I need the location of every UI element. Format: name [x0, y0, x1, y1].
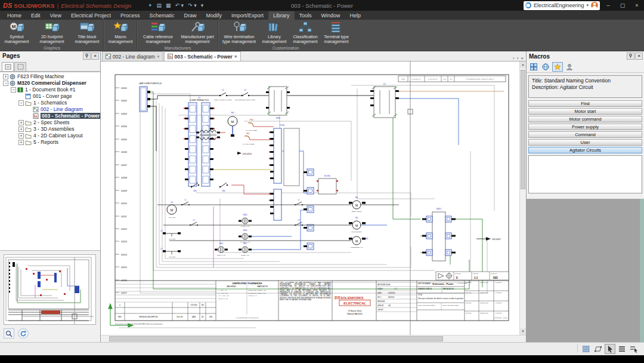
- redo-icon[interactable]: ↷ ▾: [188, 2, 197, 8]
- component-sw3[interactable]: SW3: [266, 87, 290, 119]
- menu-view[interactable]: View: [45, 11, 66, 20]
- tab-line-diagram[interactable]: 002 - Line diagram ×: [102, 51, 163, 61]
- expander-icon[interactable]: +: [18, 133, 24, 139]
- close-icon[interactable]: ×: [91, 53, 99, 60]
- tree-item-m320[interactable]: − M320 Commercial Dispenser: [0, 80, 100, 87]
- tree-item-2d-cabinet[interactable]: + 4 - 2D Cabinet Layout: [0, 133, 100, 139]
- expander-icon[interactable]: +: [18, 120, 24, 125]
- vertical-scrollbar[interactable]: ▲ ▼: [519, 61, 526, 335]
- tree-item-reports[interactable]: + 5 - Reports: [0, 139, 100, 146]
- expander-icon[interactable]: −: [3, 81, 8, 86]
- print-icon[interactable]: ▦: [166, 2, 171, 8]
- minimize-button[interactable]: –: [601, 0, 615, 11]
- pages-panel-tabstrip: [0, 61, 100, 72]
- zoom-preview-button[interactable]: [4, 328, 14, 339]
- menu-home[interactable]: Home: [2, 11, 26, 20]
- menu-library[interactable]: Library: [268, 11, 295, 20]
- drawing-canvas[interactable]: 00301 00302 00303 00304 00305 00306 0030…: [101, 61, 526, 335]
- svg-text:00310: 00310: [121, 202, 127, 205]
- tree-item-3d-assemblies[interactable]: + 3 - 3D Assemblies: [0, 126, 100, 133]
- tree-item-f623[interactable]: + F623 Filling Machine: [0, 73, 100, 80]
- menu-tools[interactable]: Tools: [295, 11, 317, 20]
- macro-content-area[interactable]: [528, 155, 642, 193]
- macro-management-button[interactable]: Macro management: [105, 20, 136, 50]
- snap-toggle-button[interactable]: [593, 344, 603, 354]
- library-management-button[interactable]: Library management: [259, 20, 290, 46]
- expander-icon[interactable]: −: [18, 100, 24, 106]
- tab-scroll-left-icon[interactable]: ‹: [513, 56, 515, 61]
- grid-toggle-button[interactable]: [581, 344, 592, 354]
- close-icon[interactable]: ×: [234, 54, 237, 59]
- globe-view-button[interactable]: [540, 62, 551, 72]
- tree-item-spec-sheets[interactable]: + 2 - Spec Sheets: [0, 119, 100, 126]
- menu-electrical-project[interactable]: Electrical Project: [66, 11, 116, 20]
- account-chip[interactable]: ElectricalEngineering ▾: [524, 1, 600, 10]
- tiles-view-button[interactable]: [528, 62, 539, 72]
- pin-icon[interactable]: ⚲: [627, 53, 634, 60]
- horizontal-scrollbar[interactable]: [101, 335, 526, 342]
- menu-modify[interactable]: Modify: [201, 11, 227, 20]
- macro-group-agitator-circuits[interactable]: Agitator Circuits: [528, 147, 642, 153]
- menu-import-export[interactable]: Import/Export: [227, 11, 268, 20]
- symbol-management-button[interactable]: M Symbol management: [1, 20, 32, 46]
- menu-help[interactable]: Help: [345, 11, 366, 20]
- select-mode-button[interactable]: [605, 344, 615, 354]
- tree-item-document-book[interactable]: − 1 - Document Book #1: [0, 87, 100, 93]
- menu-process[interactable]: Process: [116, 11, 145, 20]
- schematic-drawing[interactable]: 00301 00302 00303 00304 00305 00306 0030…: [101, 61, 519, 335]
- tree-item-schematics-folder[interactable]: − 1 - Schematics: [0, 100, 100, 106]
- polygon-icon: [594, 345, 602, 353]
- tab-components-view[interactable]: [14, 62, 26, 71]
- undo-icon[interactable]: ↶ ▾: [175, 2, 184, 8]
- macro-group-motor-command[interactable]: Motor command: [528, 116, 642, 122]
- manufacturer-part-management-button[interactable]: Manufacturer part management: [178, 20, 217, 46]
- tab-pages-view[interactable]: [2, 62, 14, 71]
- menu-draw[interactable]: Draw: [179, 11, 201, 20]
- thumbnail-preview[interactable]: [4, 254, 96, 325]
- close-icon[interactable]: ×: [157, 54, 160, 59]
- wire-termination-management-button[interactable]: Wire termination type management: [219, 20, 259, 46]
- close-button[interactable]: ×: [630, 0, 644, 11]
- hscroll-thumb[interactable]: [109, 336, 443, 342]
- tree-item-cover-page[interactable]: 001 - Cover page: [0, 93, 100, 100]
- tree-item-schematic-power[interactable]: 003 - Schematic - Power: [0, 113, 100, 119]
- vscroll-thumb[interactable]: [521, 70, 525, 189]
- tab-close-icon[interactable]: ×: [521, 56, 524, 61]
- macro-group-find[interactable]: Find: [528, 100, 642, 107]
- expander-icon[interactable]: +: [18, 127, 24, 132]
- save-icon[interactable]: ▤: [157, 2, 162, 8]
- selection-filter-button[interactable]: [628, 344, 639, 354]
- ribbon-item-label: Library management: [259, 35, 290, 44]
- pin-icon[interactable]: ⚲: [83, 53, 91, 60]
- menu-edit[interactable]: Edit: [26, 11, 45, 20]
- tree-item-line-diagram[interactable]: 002 - Line diagram: [0, 106, 100, 113]
- macro-group-user[interactable]: User: [528, 139, 642, 146]
- terminal-type-management-button[interactable]: Terminal type management: [321, 20, 352, 46]
- classification-management-button[interactable]: Classification management: [290, 20, 321, 46]
- expander-icon[interactable]: +: [3, 74, 8, 79]
- macro-group-power-supply[interactable]: Power supply: [528, 124, 642, 130]
- menu-schematic[interactable]: Schematic: [144, 11, 179, 20]
- macro-group-command[interactable]: Command: [528, 131, 642, 138]
- component-k1[interactable]: K1: [370, 83, 399, 118]
- cable-reference-management-button[interactable]: Cable reference management: [138, 20, 178, 46]
- customize-qat-icon[interactable]: ▾: [201, 2, 204, 8]
- restore-button[interactable]: ▢: [615, 0, 630, 11]
- layers-button[interactable]: [617, 344, 627, 354]
- footprint-management-button[interactable]: 2D footprint management: [32, 20, 72, 46]
- refresh-button[interactable]: [18, 328, 29, 339]
- favorites-view-button[interactable]: [552, 62, 563, 72]
- avatar[interactable]: [591, 2, 598, 9]
- tab-schematic-power[interactable]: 003 - Schematic - Power ×: [164, 51, 241, 61]
- expander-icon[interactable]: −: [11, 87, 16, 93]
- svg-text:MIX LOW PROBE: MIX LOW PROBE: [243, 143, 255, 145]
- expander-icon[interactable]: +: [18, 140, 24, 145]
- close-icon[interactable]: ×: [635, 53, 643, 60]
- user-view-button[interactable]: [564, 62, 575, 72]
- menu-window[interactable]: Window: [317, 11, 345, 20]
- tab-scroll-right-icon[interactable]: ›: [517, 56, 519, 61]
- select-tool-icon[interactable]: ✦: [148, 2, 153, 8]
- macro-group-motor-start[interactable]: Motor start: [528, 108, 642, 115]
- title-block-management-button[interactable]: Title block management: [72, 20, 103, 46]
- pages-panel-header: Pages ⚲ ×: [0, 51, 100, 61]
